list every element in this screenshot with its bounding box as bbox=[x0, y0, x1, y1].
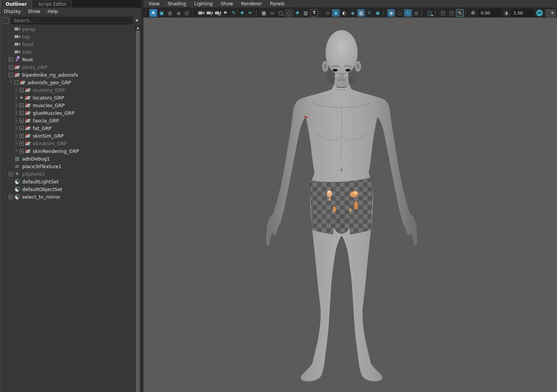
collapse-minus-icon[interactable]: − bbox=[9, 73, 13, 77]
gate-mask-toggle[interactable]: ▢ bbox=[285, 9, 293, 17]
expand-slot[interactable]: + bbox=[19, 141, 24, 146]
expand-slot[interactable]: + bbox=[19, 119, 24, 123]
tree-item-pSphere1[interactable]: +❖pSphere1 bbox=[0, 170, 135, 178]
tab-script-editor[interactable]: Script Editor bbox=[33, 0, 72, 8]
field-chart-toggle[interactable]: ✚ bbox=[294, 9, 301, 17]
filter-icon[interactable] bbox=[3, 18, 9, 24]
tree-item-mummy_GRP[interactable]: ├+➤mummy_GRP bbox=[0, 86, 135, 94]
expand-plus-icon[interactable]: + bbox=[19, 103, 24, 108]
expand-plus-icon[interactable]: + bbox=[19, 119, 24, 123]
expand-plus-icon[interactable]: + bbox=[19, 111, 24, 115]
expand-slot[interactable]: + bbox=[8, 195, 13, 199]
expand-plus-icon[interactable]: + bbox=[9, 65, 13, 69]
expand-slot[interactable]: + bbox=[19, 134, 24, 138]
expand-plus-icon[interactable]: + bbox=[19, 149, 24, 153]
camera-attributes-button[interactable]: ⚙ bbox=[213, 9, 221, 17]
color-management-toggle[interactable]: ON bbox=[536, 10, 543, 16]
scrollbar-thumb[interactable] bbox=[136, 31, 140, 392]
collapse-minus-icon[interactable]: − bbox=[14, 80, 18, 85]
expand-slot[interactable]: − bbox=[13, 80, 19, 85]
tree-item-muscles_GRP[interactable]: ├+➤muscles_GRP bbox=[0, 101, 135, 109]
menu-display[interactable]: Display bbox=[4, 9, 21, 14]
expand-plus-icon[interactable]: + bbox=[9, 172, 13, 176]
expand-slot[interactable]: + bbox=[19, 111, 24, 115]
expand-slot[interactable]: + bbox=[8, 58, 13, 62]
menu-renderer[interactable]: Renderer bbox=[241, 1, 262, 6]
bookmark-button[interactable]: ⚑ bbox=[222, 9, 229, 17]
tree-item-adnDebug1[interactable]: ▤adnDebug1 bbox=[0, 155, 135, 162]
frame-dashed-toggle[interactable]: ▩ bbox=[166, 9, 174, 17]
depth-of-field-button[interactable]: ▣ bbox=[413, 9, 420, 17]
tree-item-bipedmike_rig_adonisfx[interactable]: −➤bipedmike_rig_adonisfx bbox=[0, 71, 135, 79]
tree-item-top[interactable]: top bbox=[0, 33, 135, 40]
isolate-select-button[interactable]: ▢➤ bbox=[426, 9, 433, 17]
expand-plus-icon[interactable]: + bbox=[19, 141, 24, 146]
frame-corners-toggle[interactable]: ▣ bbox=[158, 9, 165, 17]
lights-button[interactable]: ☼ bbox=[366, 9, 373, 17]
xray-button[interactable]: ◰ bbox=[439, 9, 447, 17]
search-input[interactable] bbox=[11, 17, 133, 24]
tree-item-fat_GRP[interactable]: ├+➤fat_GRP bbox=[0, 124, 135, 132]
textured-display-button[interactable]: ◈ bbox=[349, 9, 356, 17]
menu-show[interactable]: Show bbox=[28, 9, 40, 14]
gamma-field[interactable] bbox=[511, 10, 533, 17]
menu-shading[interactable]: Shading bbox=[167, 1, 186, 6]
tree-item-side[interactable]: side bbox=[0, 48, 135, 56]
tree-item-fascia_GRP[interactable]: ├+➤fascia_GRP bbox=[0, 117, 135, 124]
smooth-shade-button[interactable]: ◆ bbox=[332, 9, 340, 17]
pen-box-toggle[interactable]: ✎ bbox=[456, 9, 464, 17]
tree-item-skinSim_GRP[interactable]: ├+➤skinSim_GRP bbox=[0, 132, 135, 140]
letter-a-toggle[interactable]: A bbox=[149, 9, 157, 17]
menu-show[interactable]: Show bbox=[221, 1, 233, 6]
anti-aliasing-button[interactable]: ↻ bbox=[404, 9, 412, 17]
tree-item-glueMuscles_GRP[interactable]: ├+➤glueMuscles_GRP bbox=[0, 109, 135, 117]
tree-item-locators_GRP[interactable]: ├➤locators_GRP bbox=[0, 94, 135, 101]
expand-plus-icon[interactable]: + bbox=[19, 88, 24, 92]
gamma-icon[interactable]: ◑ bbox=[502, 9, 510, 17]
xray-joints-button[interactable]: ◳ bbox=[448, 9, 455, 17]
image-stack-toggle[interactable]: ▤ bbox=[183, 9, 191, 17]
menu-help[interactable]: Help bbox=[48, 9, 58, 14]
menu-lighting[interactable]: Lighting bbox=[194, 1, 213, 6]
tree-item-joints_GRP[interactable]: +➤joints_GRP bbox=[0, 63, 135, 71]
expand-slot[interactable]: + bbox=[19, 103, 24, 108]
search-dropdown-arrow-icon[interactable]: ▼ bbox=[134, 19, 140, 22]
film-gate-toggle[interactable]: ▭ bbox=[268, 9, 276, 17]
menu-panels[interactable]: Panels bbox=[270, 1, 285, 6]
expand-plus-icon[interactable]: + bbox=[9, 195, 13, 199]
tab-outliner[interactable]: Outliner bbox=[0, 0, 32, 8]
viewport-canvas[interactable] bbox=[143, 18, 557, 392]
motion-blur-button[interactable]: ◌ bbox=[396, 9, 403, 17]
expand-slot[interactable]: + bbox=[19, 88, 24, 92]
expand-slot[interactable]: + bbox=[8, 172, 13, 176]
checker-material-button[interactable]: ▩ bbox=[357, 9, 365, 17]
expand-slot[interactable]: + bbox=[19, 126, 24, 130]
tree-item-adonisfx_geo_GRP[interactable]: └−➤adonisfx_geo_GRP bbox=[0, 79, 135, 86]
lock-camera-button[interactable]: • bbox=[205, 9, 212, 17]
tree-item-persp[interactable]: persp bbox=[0, 25, 135, 33]
expand-slot[interactable]: + bbox=[19, 149, 24, 153]
wireframe-display-button[interactable]: ◇ bbox=[324, 9, 331, 17]
image-plane-button[interactable]: ▧ bbox=[302, 9, 310, 17]
hud-toggle[interactable]: T bbox=[310, 9, 318, 17]
expand-plus-icon[interactable]: + bbox=[9, 58, 13, 62]
expand-plus-icon[interactable]: + bbox=[19, 134, 24, 138]
tree-item-select_to_mirror[interactable]: +select_to_mirror bbox=[0, 193, 135, 201]
expand-slot[interactable]: + bbox=[8, 65, 13, 69]
resolution-gate-toggle[interactable]: ▢• bbox=[277, 9, 284, 17]
tree-item-place3dTexture1[interactable]: ⇄place3dTexture1 bbox=[0, 162, 135, 170]
select-camera-button[interactable] bbox=[196, 9, 204, 17]
grid-toggle[interactable]: ▦ bbox=[260, 9, 268, 17]
default-material-button[interactable]: ◐ bbox=[340, 9, 348, 17]
tree-item-Root[interactable]: +Root bbox=[0, 56, 135, 63]
tree-item-skinAnim_GRP[interactable]: ├+➤skinAnim_GRP bbox=[0, 140, 135, 147]
shadows-button[interactable]: ● bbox=[374, 9, 382, 17]
ssao-button[interactable]: ◉ bbox=[387, 9, 395, 17]
tree-item-skinRendering_GRP[interactable]: └+➤skinRendering_GRP bbox=[0, 147, 135, 155]
menu-view[interactable]: View bbox=[149, 1, 159, 6]
view-transform-arrow-icon[interactable]: ▼ bbox=[549, 11, 556, 15]
annotate-pencil-button[interactable]: ✏ bbox=[247, 9, 254, 17]
outliner-scrollbar[interactable]: ▲ bbox=[135, 25, 140, 392]
tree-item-defaultObjectSet[interactable]: defaultObjectSet bbox=[0, 185, 135, 193]
exposure-field[interactable] bbox=[478, 10, 501, 17]
